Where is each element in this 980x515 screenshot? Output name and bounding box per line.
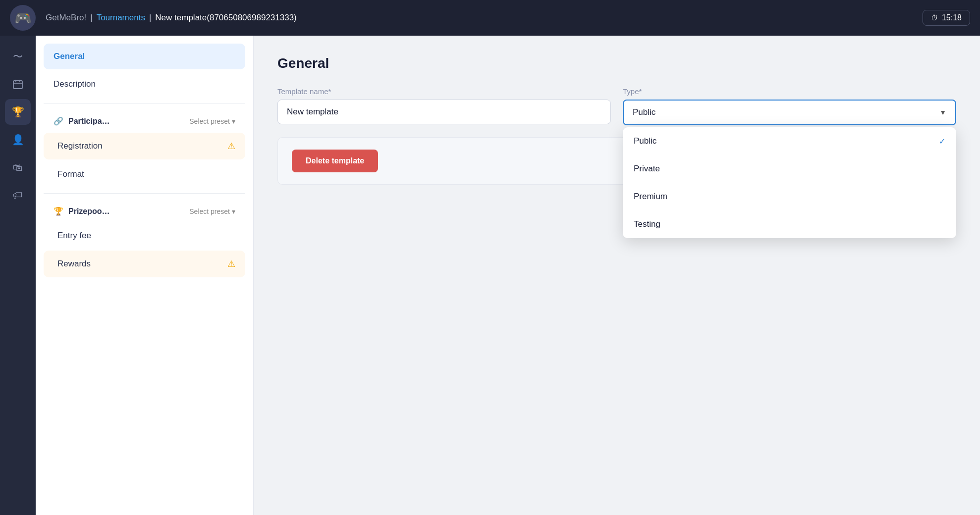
prizepool-select-preset[interactable]: Select preset ▾ xyxy=(189,207,235,215)
nav-divider-1 xyxy=(44,103,245,103)
calendar-icon xyxy=(12,79,23,90)
participants-preset-chevron: ▾ xyxy=(232,117,235,125)
form-group-type: Type* Public ▼ Public ✓ Private xyxy=(623,87,956,125)
nav-registration[interactable]: Registration ⚠ xyxy=(44,133,245,159)
participants-preset-label: Select preset xyxy=(189,117,230,125)
option-private-label: Private xyxy=(634,164,660,174)
main-layout: 〜 🏆 👤 🛍 🏷 General Description 🔗 Par xyxy=(0,36,980,515)
participants-group-label: Participa… xyxy=(68,117,110,126)
svg-rect-0 xyxy=(13,81,22,89)
brand-name: GetMeBro! xyxy=(46,13,86,23)
nav-entry-fee[interactable]: Entry fee xyxy=(44,223,245,249)
registration-label: Registration xyxy=(57,141,103,151)
nav-group-prizepool-header: 🏆 Prizepoo… Select preset ▾ xyxy=(44,200,245,223)
check-icon: ✓ xyxy=(939,137,945,146)
sidebar-item-people[interactable]: 👤 xyxy=(5,127,31,153)
sidebar-item-tournaments[interactable]: 🏆 xyxy=(5,99,31,125)
dropdown-option-testing[interactable]: Testing xyxy=(623,210,956,238)
template-name-input[interactable] xyxy=(277,100,611,124)
entry-fee-label: Entry fee xyxy=(57,231,91,241)
participants-select-preset[interactable]: Select preset ▾ xyxy=(189,117,235,125)
dropdown-option-private[interactable]: Private xyxy=(623,155,956,183)
content-area: General Template name* Type* Public ▼ xyxy=(254,36,980,515)
trophy-icon: 🏆 xyxy=(54,206,63,216)
type-chevron-icon: ▼ xyxy=(939,108,946,116)
dropdown-option-public[interactable]: Public ✓ xyxy=(623,127,956,155)
form-row-main: Template name* Type* Public ▼ Public ✓ xyxy=(277,87,956,125)
option-premium-label: Premium xyxy=(634,192,667,202)
topbar: 🎮 GetMeBro! | Tournaments | New template… xyxy=(0,0,980,36)
current-page-title: New template(870650806989231333) xyxy=(155,13,296,23)
template-name-label: Template name* xyxy=(277,87,611,96)
form-group-name: Template name* xyxy=(277,87,611,125)
nav-group-prizepool: 🏆 Prizepoo… Select preset ▾ Entry fee Re… xyxy=(44,200,245,277)
rewards-warning-icon: ⚠ xyxy=(227,258,235,269)
nav-format[interactable]: Format xyxy=(44,161,245,187)
tournaments-link[interactable]: Tournaments xyxy=(97,13,145,23)
type-dropdown: Public ✓ Private Premium Testing xyxy=(623,127,956,238)
nav-group-participants: 🔗 Participa… Select preset ▾ Registratio… xyxy=(44,109,245,187)
avatar: 🎮 xyxy=(10,5,36,31)
nav-divider-2 xyxy=(44,193,245,194)
nav-general-label: General xyxy=(54,52,85,61)
nav-description-label: Description xyxy=(54,79,96,89)
prizepool-preset-chevron: ▾ xyxy=(232,207,235,215)
sep2: | xyxy=(149,13,151,23)
link-icon: 🔗 xyxy=(54,116,63,126)
format-label: Format xyxy=(57,169,84,179)
prizepool-preset-label: Select preset xyxy=(189,207,230,215)
type-selected-value: Public xyxy=(633,107,655,117)
sidebar-icons: 〜 🏆 👤 🛍 🏷 xyxy=(0,36,36,515)
prizepool-group-label: Prizepoo… xyxy=(68,207,110,216)
sidebar-item-store[interactable]: 🛍 xyxy=(5,154,31,180)
clock-icon: ⏱ xyxy=(931,14,938,22)
nav-description[interactable]: Description xyxy=(44,71,245,97)
registration-warning-icon: ⚠ xyxy=(227,141,235,152)
type-select-wrapper: Public ▼ Public ✓ Private Premium xyxy=(623,100,956,125)
sidebar-item-analytics[interactable]: 〜 xyxy=(5,44,31,69)
nav-general[interactable]: General xyxy=(44,44,245,69)
sep1: | xyxy=(90,13,92,23)
option-testing-label: Testing xyxy=(634,219,660,229)
breadcrumb: GetMeBro! | Tournaments | New template(8… xyxy=(46,13,297,23)
time-display: ⏱ 15:18 xyxy=(923,10,970,26)
nav-group-participants-header: 🔗 Participa… Select preset ▾ xyxy=(44,109,245,133)
dropdown-option-premium[interactable]: Premium xyxy=(623,183,956,210)
delete-template-button[interactable]: Delete template xyxy=(292,150,378,172)
nav-rewards[interactable]: Rewards ⚠ xyxy=(44,251,245,277)
rewards-label: Rewards xyxy=(57,259,91,269)
sidebar-item-calendar[interactable] xyxy=(5,71,31,97)
type-label: Type* xyxy=(623,87,956,96)
option-public-label: Public xyxy=(634,136,656,146)
page-title: General xyxy=(277,55,956,71)
type-select-display[interactable]: Public ▼ xyxy=(623,100,956,125)
time-value: 15:18 xyxy=(942,13,962,22)
sidebar-item-tags[interactable]: 🏷 xyxy=(5,182,31,208)
nav-panel: General Description 🔗 Participa… Select … xyxy=(36,36,254,515)
